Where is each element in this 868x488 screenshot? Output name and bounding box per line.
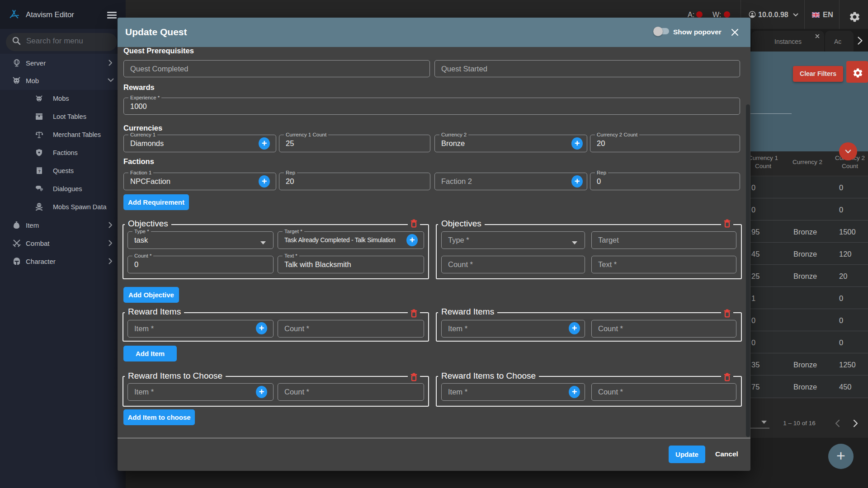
svg-text:?: ? [38, 169, 40, 174]
